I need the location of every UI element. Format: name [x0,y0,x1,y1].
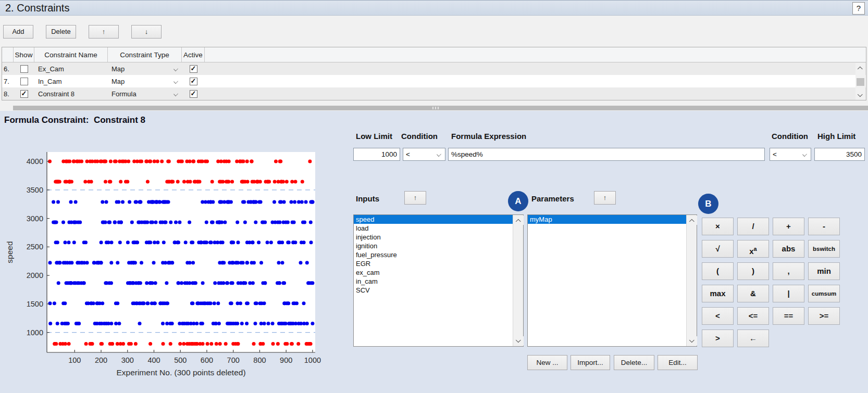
constraint-name[interactable]: Constraint 8 [34,87,108,100]
edit-button[interactable]: Edit... [658,355,698,370]
keypad-divide[interactable]: / [737,218,769,235]
keypad-less-equal[interactable]: <= [737,307,769,325]
inputs-list-item[interactable]: SCV [354,286,513,295]
scroll-up-icon[interactable] [855,63,865,72]
inputs-list-item[interactable]: injection [354,233,513,242]
constraint-type-select[interactable]: Formula [108,87,182,100]
splitter[interactable] [13,106,868,110]
active-checkbox[interactable] [190,65,197,73]
inputs-list: speedloadinjectionignitionfuel_pressureE… [354,215,513,346]
y-tick-label: 3000 [27,214,43,223]
inputs-list-item[interactable]: EGR [354,259,513,268]
col-active: Active [182,47,205,62]
parameters-list: myMap [528,215,686,346]
x-tick-label: 100 [68,356,81,364]
delete-button[interactable]: Delete [46,25,76,39]
col-name: Constraint Name [34,47,108,62]
help-button[interactable]: ? [852,2,865,15]
keypad-and[interactable]: & [737,285,769,302]
scroll-up-icon[interactable] [687,215,697,225]
table-row[interactable]: 7.In_CamMap [2,75,866,87]
inputs-list-item[interactable]: in_cam [354,277,513,286]
high-condition-select[interactable]: < [770,148,811,161]
table-row[interactable]: 6.Ex_CamMap [2,62,866,75]
keypad-equals[interactable]: == [773,307,804,325]
x-tick-label: 400 [147,356,160,364]
col-type: Constraint Type [108,47,182,62]
row-index: 7. [2,75,14,87]
new-button[interactable]: New ... [527,355,567,370]
table-row[interactable]: 8.Constraint 8Formula [2,87,866,100]
parameters-listbox[interactable]: myMap [527,214,697,347]
active-checkbox[interactable] [190,90,197,98]
y-tick-label: 3500 [27,186,43,194]
high-limit-input[interactable] [814,148,865,161]
y-tick-label: 1500 [27,300,43,308]
keypad-abs[interactable]: abs [773,240,804,258]
keypad-close-paren[interactable]: ) [737,262,769,280]
keypad-comma[interactable]: , [773,262,804,280]
chevron-down-icon [173,67,178,71]
parameters-list-item[interactable]: myMap [528,215,686,224]
keypad-sqrt[interactable]: √ [702,240,734,258]
keypad-greater-equal[interactable]: >= [808,307,840,325]
scroll-thumb[interactable] [857,78,864,86]
constraint-name[interactable]: Ex_Cam [34,62,108,75]
delete-parameter-button[interactable]: Delete... [614,355,654,370]
constraint-name[interactable]: In_Cam [34,75,108,87]
inputs-scrollbar[interactable] [513,215,523,346]
inputs-list-item[interactable]: ex_cam [354,268,513,277]
scroll-down-icon[interactable] [513,336,524,346]
show-checkbox[interactable] [20,78,28,85]
chevron-down-icon [437,152,441,157]
table-body: 6.Ex_CamMap7.In_CamMap8.Constraint 8Form… [2,62,866,100]
low-condition-label: Condition [401,132,438,141]
move-up-button[interactable]: ↑ [89,25,119,39]
keypad-minus[interactable]: - [808,218,840,235]
inputs-up-button[interactable]: ↑ [404,191,426,205]
scroll-up-icon[interactable] [513,215,524,225]
active-cell [182,62,205,75]
inputs-listbox[interactable]: speedloadinjectionignitionfuel_pressureE… [353,214,524,347]
keypad-less-than[interactable]: < [702,307,734,325]
keypad-plus[interactable]: + [773,218,804,235]
x-tick-label: 300 [121,356,134,364]
parameters-up-button[interactable]: ↑ [594,191,616,205]
add-button[interactable]: Add [3,25,33,39]
import-button[interactable]: Import... [571,355,610,370]
table-vscrollbar[interactable] [855,63,865,100]
low-condition-select[interactable]: < [403,148,445,161]
show-checkbox[interactable] [20,65,28,73]
keypad-open-paren[interactable]: ( [702,262,734,280]
inputs-list-item[interactable]: load [354,224,513,233]
low-limit-input[interactable] [353,148,400,161]
inputs-list-item[interactable]: fuel_pressure [354,250,513,259]
speed-scatter-plot: 1002003004005006007008009001000100015002… [0,111,344,393]
splitter-grip[interactable] [432,107,439,109]
formula-constraint-panel: Formula Constraint: Constraint 8 1002003… [0,111,868,393]
parameters-scrollbar[interactable] [686,215,697,346]
keypad-bswitch[interactable]: bswitch [808,240,840,258]
scroll-down-icon[interactable] [687,336,697,346]
scroll-down-icon[interactable] [855,91,865,100]
formula-expression-input[interactable] [448,148,765,161]
show-checkbox[interactable] [20,90,28,98]
keypad-min[interactable]: min [808,262,840,280]
panel-header: 2. Constraints ? [0,0,868,16]
constraint-type-select[interactable]: Map [108,62,182,75]
y-tick-label: 4000 [27,157,43,166]
keypad-power[interactable]: xa [737,240,769,258]
keypad-multiply[interactable]: × [702,218,734,235]
keypad-greater-than[interactable]: > [702,329,734,347]
x-tick-label: 900 [280,356,292,364]
constraint-type-select[interactable]: Map [108,75,182,87]
keypad-backspace[interactable]: ← [737,329,769,347]
inputs-list-item[interactable]: speed [354,215,513,224]
keypad-or[interactable]: | [773,285,804,302]
active-checkbox[interactable] [190,78,197,85]
inputs-list-item[interactable]: ignition [354,242,513,250]
keypad-cumsum[interactable]: cumsum [808,285,840,302]
move-down-button[interactable]: ↓ [131,25,162,39]
keypad-max[interactable]: max [702,285,734,302]
y-tick-label: 2500 [27,243,43,251]
